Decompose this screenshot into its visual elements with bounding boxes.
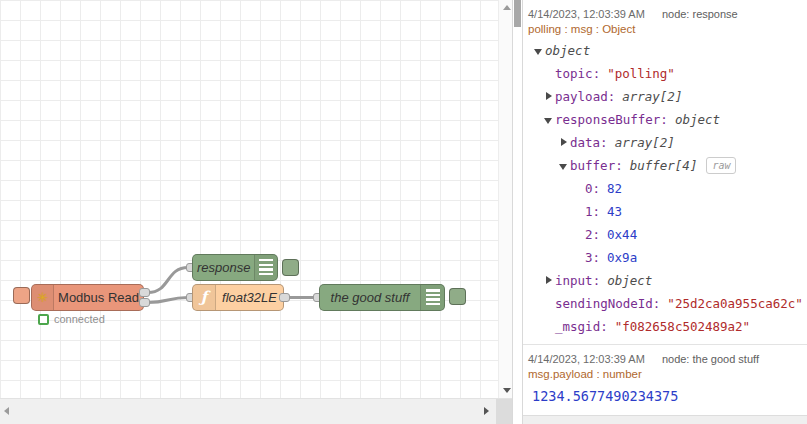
response-debug-toggle-button[interactable]: [282, 259, 299, 276]
tree-row: input: object: [528, 269, 805, 292]
scroll-down-icon[interactable]: [503, 388, 511, 393]
canvas-vertical-scrollbar[interactable]: [498, 0, 513, 398]
scroll-up-icon[interactable]: [503, 5, 511, 10]
modbus-gear-icon: ✳: [37, 291, 48, 304]
debug-list-icon: [426, 289, 440, 306]
message-header: 4/14/2023, 12:03:39 AM node: response: [528, 8, 805, 20]
node-float32le[interactable]: ƒ float32LE: [192, 284, 284, 311]
tree-row: object: [528, 39, 805, 62]
tree-row: responseBuffer: object: [528, 108, 805, 131]
modbus-output-port-1[interactable]: [139, 288, 150, 297]
debug-message[interactable]: 4/14/2023, 12:03:39 AM node: response po…: [523, 0, 807, 344]
expand-icon[interactable]: [544, 276, 555, 286]
wire-modbus-to-function[interactable]: [148, 298, 188, 303]
tree-row: payload: array[2]: [528, 85, 805, 108]
modbus-status: connected: [38, 313, 105, 325]
function-f-icon: ƒ: [201, 290, 207, 305]
debug-panel-scrollbar[interactable]: [512, 0, 523, 424]
expand-icon[interactable]: [544, 92, 555, 102]
message-source-node: node: the good stuff: [662, 353, 759, 365]
expand-icon[interactable]: [559, 138, 570, 148]
tree-row: data: array[2]: [528, 131, 805, 154]
tree-row: 2: 0x44: [528, 223, 805, 246]
node-red-editor: ✳ Modbus Read connected response ƒ float…: [0, 0, 807, 424]
scroll-right-icon[interactable]: [484, 407, 489, 415]
spacer: [544, 322, 555, 332]
debug-panel-end-divider: [523, 415, 807, 424]
modbus-node-label: Modbus Read: [54, 285, 143, 310]
raw-button[interactable]: raw: [706, 157, 736, 174]
scrollbar-corner: [496, 399, 512, 424]
tree-row: _msgid: "f082658c502489a2": [528, 315, 805, 338]
node-modbus-read[interactable]: ✳ Modbus Read: [31, 284, 144, 311]
spacer: [574, 207, 585, 217]
tree-row: topic: "polling": [528, 62, 805, 85]
output-debug-toggle-button[interactable]: [449, 288, 466, 305]
debug-message[interactable]: 4/14/2023, 12:03:39 AM node: the good st…: [523, 344, 807, 416]
collapse-icon[interactable]: [534, 46, 545, 56]
tree-row: sendingNodeId: "25d2ca0a955ca62c": [528, 292, 805, 315]
modbus-output-port-2[interactable]: [139, 298, 150, 307]
message-timestamp: 4/14/2023, 12:03:39 AM: [528, 353, 645, 365]
scrollbar-thumb[interactable]: [514, 0, 521, 27]
tree-row: 1: 43: [528, 200, 805, 223]
collapse-icon[interactable]: [559, 161, 570, 171]
spacer: [574, 230, 585, 240]
object-tree: object topic: "polling" payload: array[2…: [528, 39, 805, 338]
spacer: [574, 184, 585, 194]
status-connected-icon: [38, 314, 49, 325]
message-timestamp: 4/14/2023, 12:03:39 AM: [528, 8, 645, 20]
message-header: 4/14/2023, 12:03:39 AM node: the good st…: [528, 353, 805, 365]
spacer: [544, 69, 555, 79]
node-response[interactable]: response: [192, 254, 278, 281]
response-icon-region: [254, 255, 277, 280]
output-icon-region: [420, 285, 444, 310]
wires-layer: [0, 0, 498, 398]
function-icon-region: ƒ: [193, 285, 216, 310]
spacer: [544, 299, 555, 309]
tree-row: buffer: buffer[4] raw: [528, 154, 805, 177]
tree-row: 0: 82: [528, 177, 805, 200]
function-node-label: float32LE: [216, 285, 283, 310]
function-output-port[interactable]: [279, 293, 290, 302]
canvas-horizontal-scrollbar[interactable]: [0, 398, 512, 424]
tree-row: 3: 0x9a: [528, 246, 805, 269]
modbus-icon-region: ✳: [32, 285, 54, 310]
message-source-node: node: response: [662, 8, 738, 20]
response-node-label: response: [193, 255, 254, 280]
debug-list-icon: [259, 259, 273, 276]
status-text: connected: [54, 313, 105, 325]
flow-canvas[interactable]: ✳ Modbus Read connected response ƒ float…: [0, 0, 498, 398]
payload-number-value: 1234.5677490234375: [528, 384, 805, 410]
message-meta: polling : msg : Object: [528, 23, 805, 35]
wire-modbus-to-response[interactable]: [148, 268, 188, 293]
message-meta: msg.payload : number: [528, 368, 805, 380]
debug-sidebar: 4/14/2023, 12:03:39 AM node: response po…: [523, 0, 807, 424]
modbus-node-button[interactable]: [13, 287, 30, 304]
spacer: [574, 253, 585, 263]
node-the-good-stuff[interactable]: the good stuff: [319, 284, 445, 311]
scroll-left-icon[interactable]: [4, 407, 9, 415]
output-node-label: the good stuff: [320, 285, 420, 310]
collapse-icon[interactable]: [544, 115, 555, 125]
